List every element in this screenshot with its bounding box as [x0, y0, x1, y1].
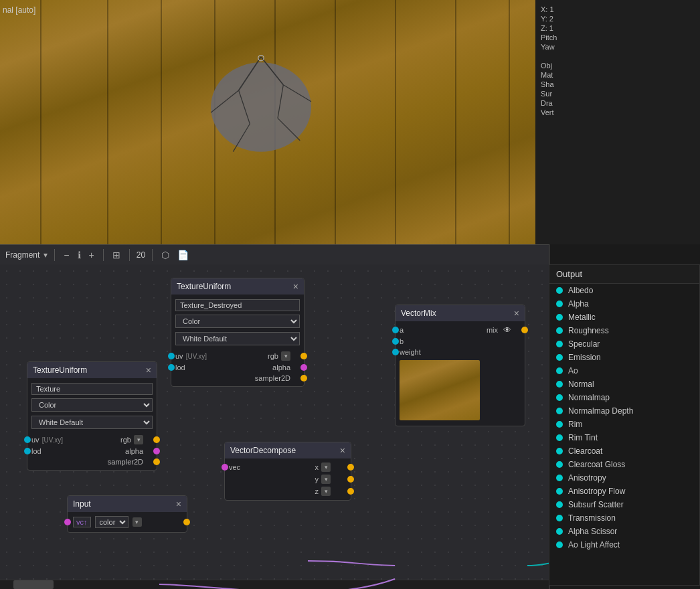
texture-alpha-2-label: alpha	[125, 447, 143, 455]
vector-decompose-x-btn[interactable]: ▾	[321, 462, 331, 472]
texture-uv-2-sub: [UV.xy]	[42, 436, 63, 444]
vector-decompose-x-dot[interactable]	[347, 464, 354, 471]
stat-surface: Sur	[541, 90, 695, 98]
texture-rgb-1-right-dot[interactable]	[300, 353, 307, 359]
vector-decompose-close[interactable]: ×	[340, 445, 345, 456]
input-color-select[interactable]: color	[95, 516, 128, 528]
texture-default-2-select[interactable]: White Default	[31, 416, 153, 429]
output-item-clearcoat[interactable]: Clearcoat	[549, 444, 699, 458]
output-dot-6	[556, 367, 563, 374]
output-label-14: Anisotropy	[568, 473, 606, 483]
vector-decompose-y-btn[interactable]: ▾	[321, 475, 331, 484]
texture-uv-2-row: uv [UV.xy] rgb ▾	[27, 434, 157, 446]
output-item-anisotropy[interactable]: Anisotropy	[549, 471, 699, 485]
texture-alpha-1-dot[interactable]	[300, 364, 307, 371]
output-item-subsurf-scatter[interactable]: Subsurf Scatter	[549, 498, 699, 511]
texture-alpha-1-label: alpha	[272, 363, 290, 371]
output-item-ao[interactable]: Ao	[549, 364, 699, 377]
output-item-specular[interactable]: Specular	[549, 337, 699, 351]
input-color-dot[interactable]	[64, 519, 71, 525]
texture-uniform-2-close[interactable]: ×	[146, 365, 151, 375]
texture-default-1-select[interactable]: White Default	[175, 332, 300, 345]
toolbar-info-btn[interactable]: ℹ	[76, 250, 83, 260]
toolbar-mode-label[interactable]: Fragment	[5, 250, 39, 260]
vector-decompose-node[interactable]: VectorDecompose × vec x ▾ y ▾ z ▾	[224, 442, 351, 501]
toolbar-plus-btn[interactable]: +	[87, 250, 96, 260]
texture-color-1-select[interactable]: Color	[175, 315, 300, 328]
vector-mix-b-left-dot[interactable]	[392, 338, 399, 345]
texture-uniform-node-1[interactable]: TextureUniform × Color White Default uv …	[171, 278, 304, 387]
input-output-dot[interactable]	[183, 519, 190, 525]
vector-mix-eye-icon[interactable]: 👁	[503, 325, 511, 335]
output-item-alpha[interactable]: Alpha	[549, 297, 699, 311]
texture-uniform-1-close[interactable]: ×	[293, 281, 298, 292]
vector-decompose-z-btn[interactable]: ▾	[321, 487, 331, 496]
texture-rgb-2-right-dot[interactable]	[153, 436, 160, 443]
input-color-arrow[interactable]: ▾	[133, 517, 142, 527]
output-item-rim[interactable]: Rim	[549, 418, 699, 431]
vector-decompose-title: VectorDecompose	[230, 446, 296, 455]
output-item-normalmap-depth[interactable]: Normalmap Depth	[549, 404, 699, 418]
texture-name-2-input[interactable]	[31, 383, 153, 395]
output-items-list: AlbedoAlphaMetallicRoughnessSpecularEmis…	[549, 284, 699, 552]
bottom-scrollbar[interactable]	[0, 580, 549, 589]
texture-sampler-2-dot[interactable]	[153, 458, 160, 465]
vector-decompose-y-dot[interactable]	[347, 476, 354, 483]
toolbar-mode-arrow[interactable]: ▾	[43, 250, 48, 260]
texture-uv-2-left-dot[interactable]	[24, 436, 31, 443]
toolbar-minus-btn[interactable]: −	[62, 250, 71, 260]
vector-mix-b-label: b	[400, 337, 404, 345]
texture-rgb-1-arrow[interactable]: ▾	[281, 351, 290, 361]
stat-yaw: Yaw	[541, 43, 695, 51]
vector-mix-node[interactable]: VectorMix × a mix 👁 b weight	[395, 305, 525, 426]
node-editor[interactable]: TextureUniform × Color White Default uv …	[0, 264, 549, 589]
output-label-3: Roughness	[568, 326, 609, 335]
output-label-11: Rim Tint	[568, 433, 598, 442]
texture-alpha-2-dot[interactable]	[153, 448, 160, 454]
output-item-alpha-scissor[interactable]: Alpha Scissor	[549, 525, 699, 538]
toolbar-grid-btn[interactable]: ⊞	[110, 250, 122, 260]
texture-uv-1-label: uv	[175, 352, 183, 360]
output-item-normal[interactable]: Normal	[549, 377, 699, 391]
texture-uv-2-label: uv	[31, 436, 39, 444]
texture-uv-1-left-dot[interactable]	[168, 353, 175, 359]
vector-mix-close[interactable]: ×	[514, 308, 519, 319]
texture-lod-2-left-dot[interactable]	[24, 448, 31, 454]
output-item-anisotropy-flow[interactable]: Anisotropy Flow	[549, 485, 699, 498]
texture-rgb-2-arrow[interactable]: ▾	[134, 435, 143, 444]
toolbar-layout-btn[interactable]: ⬡	[159, 250, 171, 260]
output-item-roughness[interactable]: Roughness	[549, 324, 699, 337]
output-dot-8	[556, 394, 563, 401]
output-item-normalmap[interactable]: Normalmap	[549, 391, 699, 404]
vector-decompose-y-label: y	[315, 475, 319, 483]
output-item-rim-tint[interactable]: Rim Tint	[549, 431, 699, 444]
input-node-close[interactable]: ×	[176, 499, 181, 509]
viewport: nal [auto]	[0, 0, 535, 244]
output-item-metallic[interactable]: Metallic	[549, 311, 699, 324]
output-item-clearcoat-gloss[interactable]: Clearcoat Gloss	[549, 458, 699, 471]
output-item-ao-light-affect[interactable]: Ao Light Affect	[549, 538, 699, 552]
output-label-9: Normalmap Depth	[568, 406, 633, 416]
texture-rgb-2-label: rgb	[120, 436, 131, 444]
vector-mix-weight-row: weight	[396, 347, 525, 357]
texture-lod-1-left-dot[interactable]	[168, 364, 175, 371]
texture-color-2-select[interactable]: Color	[31, 398, 153, 412]
vector-decompose-z-dot[interactable]	[347, 488, 354, 495]
output-label-15: Anisotropy Flow	[568, 487, 625, 496]
vector-mix-right-dot[interactable]	[521, 327, 528, 333]
output-item-emission[interactable]: Emission	[549, 351, 699, 364]
texture-name-1-input[interactable]	[175, 299, 300, 311]
texture-sampler-2-label: sampler2D	[108, 458, 143, 466]
texture-uniform-node-2[interactable]: TextureUniform × Color White Default uv …	[27, 361, 157, 471]
input-node[interactable]: Input × vc↑ color ▾	[67, 495, 187, 533]
output-item-albedo[interactable]: Albedo	[549, 284, 699, 297]
vector-mix-a-left-dot[interactable]	[392, 327, 399, 333]
scrollbar-thumb[interactable]	[13, 580, 54, 589]
vector-decompose-vec-dot[interactable]	[222, 464, 228, 471]
output-item-transmission[interactable]: Transmission	[549, 511, 699, 525]
toolbar-doc-btn[interactable]: 📄	[175, 250, 191, 260]
texture-sampler-1-dot[interactable]	[300, 375, 307, 382]
viewport-damage	[194, 40, 328, 174]
output-dot-13	[556, 461, 563, 468]
vector-mix-weight-left-dot[interactable]	[392, 349, 399, 355]
